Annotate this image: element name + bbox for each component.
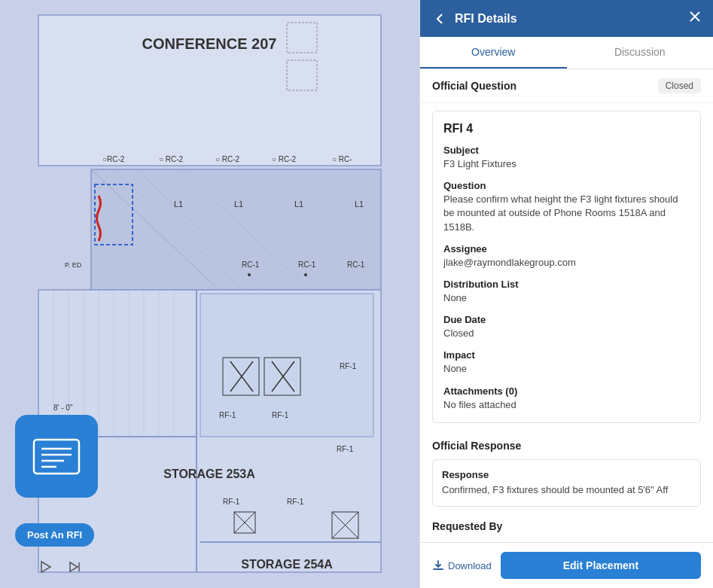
- svg-point-23: [304, 273, 307, 276]
- official-question-title: Official Question: [432, 80, 516, 92]
- attachments-label: Attachments (0): [443, 385, 690, 397]
- svg-text:RF-1: RF-1: [223, 498, 240, 506]
- impact-value: None: [443, 362, 690, 376]
- svg-text:STORAGE 254A: STORAGE 254A: [241, 558, 333, 571]
- distribution-label: Distribution List: [443, 279, 690, 290]
- attachments-value: No files attached: [443, 398, 690, 412]
- response-text: Confirmed, F3 fixtures should be mounted…: [442, 483, 691, 497]
- svg-text:RC-1: RC-1: [298, 260, 316, 269]
- subject-label: Subject: [443, 145, 690, 156]
- svg-text:L1: L1: [355, 200, 364, 209]
- svg-text:RF-1: RF-1: [340, 362, 357, 370]
- svg-text:RF-1: RF-1: [272, 411, 289, 419]
- assignee-label: Assignee: [443, 243, 690, 254]
- svg-text:○ RC-2: ○ RC-2: [159, 155, 184, 163]
- play-button[interactable]: [38, 559, 53, 577]
- svg-marker-70: [70, 562, 78, 571]
- response-card: Response Confirmed, F3 fixtures should b…: [432, 459, 701, 507]
- blueprint-panel: CONFERENCE 207 ○RC-2 ○ RC-2 ○ RC-2 ○ RC-…: [0, 0, 419, 588]
- svg-text:○ RC-: ○ RC-: [332, 155, 352, 163]
- subject-value: F3 Light Fixtures: [443, 157, 690, 171]
- close-button[interactable]: [689, 11, 701, 26]
- question-label: Question: [443, 180, 690, 191]
- tab-overview[interactable]: Overview: [420, 37, 567, 69]
- question-value: Please confirm what height the F3 light …: [443, 193, 690, 234]
- panel-content: Official Question Closed RFI 4 Subject F…: [420, 69, 713, 542]
- panel-header: RFI Details: [420, 0, 713, 37]
- svg-text:STORAGE 253A: STORAGE 253A: [163, 468, 255, 480]
- distribution-value: None: [443, 291, 690, 305]
- impact-label: Impact: [443, 349, 690, 361]
- svg-text:○ RC-2: ○ RC-2: [215, 155, 240, 163]
- svg-point-21: [248, 273, 251, 276]
- svg-text:RF-1: RF-1: [287, 498, 304, 506]
- svg-text:RC-1: RC-1: [242, 260, 260, 269]
- official-question-header: Official Question Closed: [420, 69, 713, 103]
- svg-marker-69: [41, 562, 50, 572]
- status-badge: Closed: [658, 78, 701, 93]
- post-rfi-button[interactable]: Post An RFI: [15, 523, 94, 547]
- rfi-number: RFI 4: [443, 122, 690, 136]
- svg-text:L1: L1: [234, 200, 243, 209]
- svg-text:CONFERENCE  207: CONFERENCE 207: [142, 35, 277, 52]
- svg-text:P. ED: P. ED: [65, 261, 82, 269]
- edit-placement-button[interactable]: Edit Placement: [501, 552, 701, 579]
- svg-text:L1: L1: [294, 200, 303, 209]
- svg-text:8' - 0": 8' - 0": [53, 404, 73, 412]
- rfi-card: RFI 4 Subject F3 Light Fixtures Question…: [432, 111, 701, 423]
- official-response-section: Official Response Response Confirmed, F3…: [420, 431, 713, 513]
- svg-text:RF-1: RF-1: [219, 411, 236, 419]
- due-date-value: Closed: [443, 327, 690, 340]
- rfi-icon-box: [15, 415, 98, 498]
- panel-footer: Download Edit Placement: [420, 542, 713, 588]
- tabs-bar: Overview Discussion: [420, 37, 713, 69]
- assignee-value: jlake@raymondlakegroup.com: [443, 256, 690, 270]
- tab-discussion[interactable]: Discussion: [567, 37, 714, 69]
- response-label: Response: [442, 469, 691, 480]
- back-button[interactable]: [432, 11, 447, 26]
- svg-text:RC-1: RC-1: [347, 260, 365, 269]
- svg-text:RF-1: RF-1: [337, 445, 354, 453]
- download-label: Download: [448, 560, 492, 571]
- download-button[interactable]: Download: [432, 559, 492, 571]
- svg-rect-10: [91, 169, 381, 290]
- due-date-label: Due Date: [443, 314, 690, 325]
- skip-button[interactable]: [68, 559, 83, 577]
- svg-text:○RC-2: ○RC-2: [102, 155, 125, 163]
- panel-title: RFI Details: [455, 12, 681, 26]
- rfi-details-panel: RFI Details Overview Discussion Official…: [419, 0, 713, 588]
- svg-text:○ RC-2: ○ RC-2: [272, 155, 297, 163]
- svg-rect-64: [34, 440, 79, 474]
- play-controls: [38, 559, 83, 577]
- response-section-title: Official Response: [432, 440, 701, 452]
- svg-text:L1: L1: [174, 200, 183, 209]
- requested-by-label: Requested By: [420, 513, 713, 535]
